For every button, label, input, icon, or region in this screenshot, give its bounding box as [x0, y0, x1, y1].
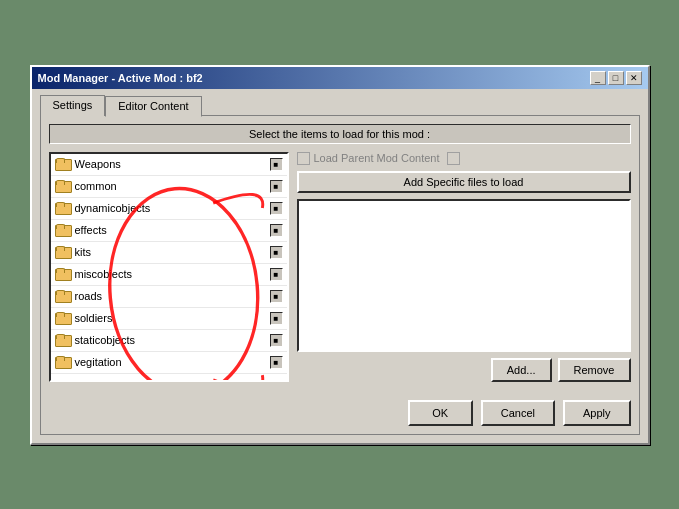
- title-bar: Mod Manager - Active Mod : bf2 _ □ ✕: [32, 67, 648, 89]
- minimize-button[interactable]: _: [590, 71, 606, 85]
- item-name: roads: [75, 290, 266, 302]
- main-window: Mod Manager - Active Mod : bf2 _ □ ✕ Set…: [30, 65, 650, 445]
- add-specific-button[interactable]: Add Specific files to load: [297, 171, 631, 193]
- item-checkbox[interactable]: ■: [270, 312, 283, 325]
- window-body: Settings Editor Content Select the items…: [32, 89, 648, 443]
- tab-editor-content[interactable]: Editor Content: [105, 96, 201, 117]
- bottom-buttons: OK Cancel Apply: [49, 392, 631, 426]
- folder-icon: [55, 268, 71, 281]
- list-item[interactable]: kits■: [51, 242, 287, 264]
- item-checkbox[interactable]: ■: [270, 268, 283, 281]
- item-checkbox[interactable]: ■: [270, 180, 283, 193]
- list-item[interactable]: vegitation■: [51, 352, 287, 374]
- item-name: soldiers: [75, 312, 266, 324]
- item-checkbox[interactable]: ■: [270, 356, 283, 369]
- folder-icon: [55, 334, 71, 347]
- folder-icon: [55, 158, 71, 171]
- instruction-text: Select the items to load for this mod :: [249, 128, 430, 140]
- tab-settings[interactable]: Settings: [40, 95, 106, 116]
- item-checkbox[interactable]: ■: [270, 290, 283, 303]
- add-remove-row: Add... Remove: [297, 358, 631, 382]
- item-checkbox[interactable]: ■: [270, 202, 283, 215]
- list-item[interactable]: common■: [51, 176, 287, 198]
- items-list[interactable]: Weapons■common■dynamicobjects■effects■ki…: [51, 154, 287, 380]
- main-content: Weapons■common■dynamicobjects■effects■ki…: [49, 152, 631, 382]
- item-checkbox[interactable]: ■: [270, 224, 283, 237]
- list-item[interactable]: effects■: [51, 220, 287, 242]
- list-container: Weapons■common■dynamicobjects■effects■ki…: [49, 152, 289, 382]
- apply-button[interactable]: Apply: [563, 400, 631, 426]
- instruction-bar: Select the items to load for this mod :: [49, 124, 631, 144]
- item-name: kits: [75, 246, 266, 258]
- item-name: effects: [75, 224, 266, 236]
- item-name: miscobjects: [75, 268, 266, 280]
- load-parent-label: Load Parent Mod Content: [314, 152, 440, 164]
- folder-icon: [55, 180, 71, 193]
- item-name: common: [75, 180, 266, 192]
- close-button[interactable]: ✕: [626, 71, 642, 85]
- list-item[interactable]: dynamicobjects■: [51, 198, 287, 220]
- list-item[interactable]: Weapons■: [51, 154, 287, 176]
- window-title: Mod Manager - Active Mod : bf2: [38, 72, 203, 84]
- specific-files-area: [297, 199, 631, 352]
- item-checkbox[interactable]: ■: [270, 334, 283, 347]
- tab-content: Select the items to load for this mod : …: [40, 115, 640, 435]
- item-checkbox[interactable]: ■: [270, 246, 283, 259]
- folder-icon: [55, 312, 71, 325]
- load-parent-row: Load Parent Mod Content: [297, 152, 631, 165]
- left-panel: Weapons■common■dynamicobjects■effects■ki…: [49, 152, 289, 382]
- load-parent-state: [447, 152, 460, 165]
- maximize-button[interactable]: □: [608, 71, 624, 85]
- folder-icon: [55, 356, 71, 369]
- folder-icon: [55, 290, 71, 303]
- item-name: dynamicobjects: [75, 202, 266, 214]
- load-parent-checkbox: [297, 152, 310, 165]
- list-item[interactable]: staticobjects■: [51, 330, 287, 352]
- item-name: vegitation: [75, 356, 266, 368]
- folder-icon: [55, 246, 71, 259]
- folder-icon: [55, 224, 71, 237]
- ok-button[interactable]: OK: [408, 400, 473, 426]
- folder-icon: [55, 202, 71, 215]
- right-panel: Load Parent Mod Content Add Specific fil…: [297, 152, 631, 382]
- tab-bar: Settings Editor Content: [40, 95, 640, 116]
- list-item[interactable]: soldiers■: [51, 308, 287, 330]
- title-bar-controls: _ □ ✕: [590, 71, 642, 85]
- remove-button[interactable]: Remove: [558, 358, 631, 382]
- cancel-button[interactable]: Cancel: [481, 400, 555, 426]
- item-checkbox[interactable]: ■: [270, 158, 283, 171]
- item-name: staticobjects: [75, 334, 266, 346]
- item-name: Weapons: [75, 158, 266, 170]
- list-item[interactable]: miscobjects■: [51, 264, 287, 286]
- add-button[interactable]: Add...: [491, 358, 552, 382]
- list-item[interactable]: roads■: [51, 286, 287, 308]
